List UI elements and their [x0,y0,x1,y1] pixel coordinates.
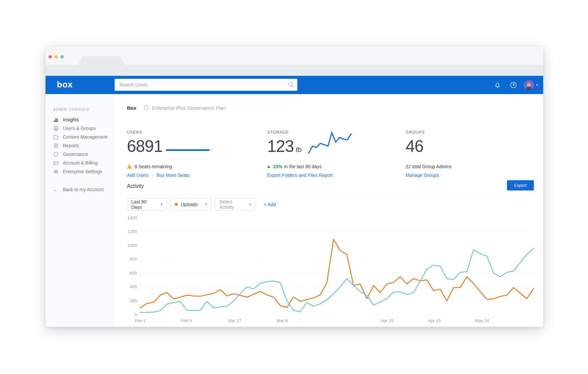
series-color-dot [175,203,178,206]
plan-name: Enterprise Plus Governance Plan [152,105,226,111]
chevron-down-icon: ▾ [201,202,207,206]
svg-text:200: 200 [130,298,137,303]
activity-chart: 0200400600800100012001400Feb 1Feb 9Mar 2… [114,212,543,327]
browser-tab[interactable] [78,56,125,65]
groups-label: GROUPS [406,130,452,135]
browser-chrome [46,47,543,65]
svg-text:Feb 9: Feb 9 [181,318,192,323]
governance-icon [53,152,59,157]
window-close-button[interactable] [49,55,52,59]
browser-window: box ? [46,47,543,327]
window-zoom-button[interactable] [60,55,64,59]
seats-progress-fill [166,149,210,151]
storage-trend-pct: 25% [273,164,282,169]
search-box [115,79,297,91]
users-warning: 8 Seats remaining [127,164,190,169]
sidebar-item-label: Insights [63,117,79,122]
sidebar-item-label: Users & Groups [63,126,96,131]
sidebar-item-insights[interactable]: Insights [53,117,114,122]
storage-unit: tb [296,146,302,153]
add-users-link[interactable]: Add Users [127,173,148,178]
sidebar-section-label: ADMIN CONSOLE [53,107,114,111]
search-input[interactable] [115,79,297,91]
sidebar-item-account-billing[interactable]: Account & Billing [53,160,114,166]
svg-text:1400: 1400 [127,215,137,220]
plan-shield-icon [143,105,149,111]
sidebar-item-label: Content Management [63,134,108,140]
svg-text:Apr 15: Apr 15 [428,318,441,323]
account-billing-icon [53,160,59,166]
export-folders-files-link[interactable]: Export Folders and Files Report [267,173,333,178]
page-title: Box Enterprise Plus Governance Plan [127,105,226,111]
svg-text:1000: 1000 [127,243,137,248]
manage-groups-link[interactable]: Manage Groups [406,173,439,178]
back-arrow-icon: ← [53,187,59,192]
reports-icon [53,143,59,149]
account-menu-caret-icon[interactable]: ▾ [536,83,538,87]
series-dropdown[interactable]: Uploads ▾ [170,198,211,210]
activity-filters: Last 90 Days ▾ Uploads ▾ Select Activity… [127,198,276,210]
stat-groups: GROUPS 46 22 total Group Admins Manage G… [406,130,452,178]
link-separator: | [152,173,153,178]
warning-icon [127,164,132,169]
users-groups-icon [53,126,59,131]
select-activity-placeholder: Select Activity [219,199,245,210]
seats-progress-remainder [211,149,212,151]
sidebar-item-enterprise-settings[interactable]: Enterprise Settings [53,169,114,174]
svg-text:800: 800 [130,257,137,262]
sidebar-item-content-management[interactable]: Content Management [53,134,114,140]
insights-icon [53,117,59,123]
sidebar-item-governance[interactable]: Governance [53,152,114,157]
seats-progress-bar [166,149,212,151]
storage-value: 123 [267,137,294,156]
groups-count: 46 [406,137,452,156]
search-icon[interactable] [288,82,294,89]
admin-sidebar: ADMIN CONSOLE InsightsUsers & GroupsCont… [46,94,114,327]
brand-name: Box [127,105,136,111]
window-minimize-button[interactable] [54,55,58,59]
add-series-link[interactable]: + Add [264,202,276,207]
app-header: box ? [46,76,543,94]
groups-subtext: 22 total Group Admins [406,164,452,169]
sidebar-item-label: Governance [63,152,88,157]
time-range-value: Last 90 Days [131,199,157,210]
svg-text:400: 400 [130,284,137,289]
browser-toolbar [46,65,543,76]
svg-text:Mar 27: Mar 27 [228,318,241,323]
section-divider [127,194,534,194]
svg-text:Apr 15: Apr 15 [381,318,393,323]
svg-text:Feb 1: Feb 1 [135,318,146,323]
series-value: Uploads [181,202,198,207]
buy-more-seats-link[interactable]: Buy More Seats [156,173,190,178]
chevron-down-icon: ▾ [245,202,251,206]
notifications-bell-icon[interactable] [494,81,501,88]
enterprise-settings-icon [53,169,59,175]
sidebar-item-label: Account & Billing [63,160,98,166]
svg-text:1200: 1200 [127,229,137,234]
chevron-down-icon: ▾ [157,202,162,206]
export-button[interactable]: Export [507,180,534,190]
storage-trend-text: in the last 90 days [284,164,322,169]
stat-users: USERS 6891 8 Seats remaining Add Users |… [127,130,190,178]
activity-section-title: Activity [127,183,144,189]
avatar[interactable] [524,80,534,90]
main-content: Box Enterprise Plus Governance Plan USER… [114,94,543,327]
users-warning-text: 8 Seats remaining [135,164,172,169]
storage-sparkline-chart [308,131,352,155]
help-icon[interactable]: ? [510,81,517,88]
appbar-actions: ? ▾ [494,76,538,94]
users-count: 6891 [127,137,190,156]
time-range-dropdown[interactable]: Last 90 Days ▾ [127,198,167,210]
users-label: USERS [127,130,190,135]
svg-text:Mar 6: Mar 6 [277,318,288,323]
svg-text:?: ? [512,83,515,87]
sidebar-item-reports[interactable]: Reports [53,143,114,148]
trend-up-icon [267,165,270,168]
svg-text:May 24: May 24 [475,318,489,323]
select-activity-dropdown[interactable]: Select Activity ▾ [215,198,255,210]
sidebar-item-users-groups[interactable]: Users & Groups [53,126,114,131]
sidebar-back-to-account[interactable]: ← Back to my Account [53,187,114,192]
storage-trend: 25% in the last 90 days [267,164,333,169]
box-logo: box [57,79,73,90]
content-management-icon [53,134,59,140]
